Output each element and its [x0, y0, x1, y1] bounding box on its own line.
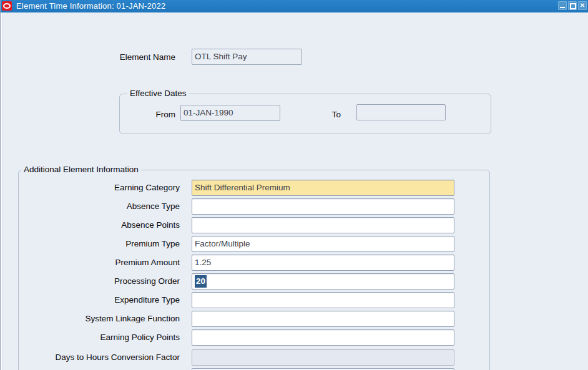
form-row-expenditure-type: Expenditure Type: [19, 292, 456, 308]
field-label: System Linkage Function: [19, 311, 180, 327]
form-row-premium-type: Premium Type Factor/Multiple: [19, 236, 456, 252]
window-titlebar[interactable]: Element Time Information: 01-JAN-2022 ✕: [1, 0, 588, 12]
field-label: Processing Order: [19, 273, 180, 290]
form-row-earning-policy-points: Earning Policy Points: [19, 329, 456, 346]
to-date-field: [356, 104, 446, 120]
form-row-days-to-hours-conversion-factor: Days to Hours Conversion Factor: [19, 349, 456, 366]
field-label: Earning Category: [19, 180, 180, 196]
maximize-icon: [570, 3, 576, 9]
oracle-logo-icon: [2, 1, 12, 11]
from-label: From: [63, 110, 175, 119]
form-row-earning-category: Earning Category Shift Differential Prem…: [19, 180, 456, 196]
input-absence-type[interactable]: [192, 198, 454, 215]
field-label: Absence Points: [19, 217, 180, 233]
input-earning-policy-points[interactable]: [192, 329, 454, 346]
field-label: Premium Type: [19, 236, 180, 252]
element-time-information-window: Element Time Information: 01-JAN-2022 ✕ …: [0, 0, 588, 370]
window-title: Element Time Information: 01-JAN-2022: [16, 1, 165, 11]
form-row-system-linkage-function: System Linkage Function: [19, 311, 456, 327]
input-absence-points[interactable]: [192, 217, 454, 233]
field-label: Earning Policy Points: [19, 329, 180, 346]
field-label: Absence Type: [19, 198, 180, 215]
input-premium-amount-value: 1.25: [195, 258, 211, 267]
form-row-absence-points: Absence Points: [19, 217, 456, 233]
element-name-field: OTL Shift Pay: [192, 49, 302, 65]
input-days-to-hours-conversion-factor: [192, 349, 454, 366]
window-controls: ✕: [558, 1, 587, 10]
element-name-value: OTL Shift Pay: [195, 52, 247, 61]
input-earning-category[interactable]: Shift Differential Premium: [192, 180, 454, 196]
form-row-premium-amount: Premium Amount 1.25: [19, 255, 456, 271]
input-premium-type-value: Factor/Multiple: [195, 239, 250, 248]
to-label: To: [278, 110, 341, 119]
minimize-icon: [560, 7, 565, 8]
close-button[interactable]: ✕: [578, 1, 587, 10]
input-processing-order-value: 20: [195, 275, 207, 288]
input-premium-type[interactable]: Factor/Multiple: [192, 236, 454, 252]
field-label: Days to Hours Conversion Factor: [19, 349, 180, 366]
element-name-label: Element Name: [19, 52, 175, 62]
input-processing-order[interactable]: 20: [192, 273, 454, 290]
from-date-field: 01-JAN-1990: [180, 105, 280, 121]
form-row-processing-order: Processing Order 20: [19, 273, 456, 290]
close-icon: ✕: [579, 2, 586, 9]
from-date-value: 01-JAN-1990: [184, 108, 233, 117]
field-label: Premium Amount: [19, 255, 180, 271]
input-premium-amount[interactable]: 1.25: [192, 255, 454, 271]
form-row-absence-type: Absence Type: [19, 198, 456, 215]
input-system-linkage-function[interactable]: [192, 311, 454, 327]
input-expenditure-type[interactable]: [192, 292, 454, 308]
effective-dates-legend: Effective Dates: [127, 89, 189, 98]
input-earning-category-value: Shift Differential Premium: [195, 183, 290, 192]
maximize-button[interactable]: [568, 1, 577, 10]
field-label: Expenditure Type: [19, 292, 180, 308]
additional-element-information-legend: Additional Element Information: [21, 165, 141, 174]
minimize-button[interactable]: [558, 1, 567, 10]
